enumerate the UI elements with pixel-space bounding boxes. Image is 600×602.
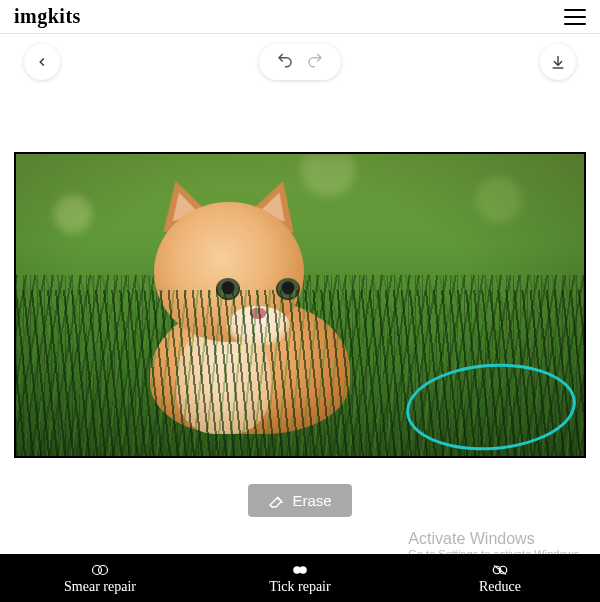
tab-label: Reduce (479, 579, 521, 595)
undo-button[interactable] (276, 51, 294, 74)
app-header: imgkits (0, 0, 600, 34)
redo-button[interactable] (306, 51, 324, 74)
menu-button[interactable] (564, 9, 586, 25)
undo-icon (276, 51, 294, 69)
reduce-icon (491, 562, 509, 578)
toolbar (0, 34, 600, 90)
chevron-left-icon (35, 55, 49, 69)
tick-icon (291, 562, 309, 578)
image-canvas[interactable] (14, 152, 586, 458)
back-button[interactable] (24, 44, 60, 80)
tab-label: Smear repair (64, 579, 136, 595)
erase-button[interactable]: Erase (248, 484, 351, 517)
download-button[interactable] (540, 44, 576, 80)
download-icon (550, 54, 566, 70)
erase-button-label: Erase (292, 492, 331, 509)
redo-icon (306, 51, 324, 69)
tab-tick-repair[interactable]: Tick repair (200, 554, 400, 602)
eraser-icon (268, 493, 284, 509)
action-row: Erase (0, 484, 600, 517)
undo-redo-group (259, 44, 341, 80)
svg-point-5 (299, 566, 307, 574)
tab-smear-repair[interactable]: Smear repair (0, 554, 200, 602)
bottom-tabbar: Smear repair Tick repair Reduce (0, 554, 600, 602)
watermark-line1: Activate Windows (408, 530, 582, 548)
smear-icon (91, 562, 109, 578)
svg-point-3 (99, 565, 108, 574)
app-logo: imgkits (14, 5, 81, 28)
tab-reduce[interactable]: Reduce (400, 554, 600, 602)
canvas-container (0, 152, 600, 458)
tab-label: Tick repair (269, 579, 330, 595)
